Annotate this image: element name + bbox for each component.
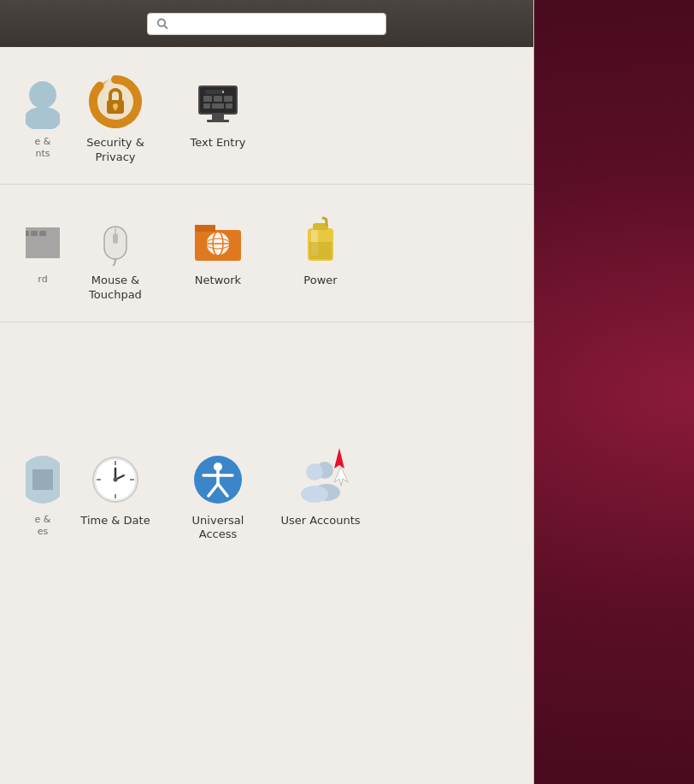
text-entry-label: Text Entry — [190, 136, 245, 150]
personal-items-grid: e &nts — [26, 64, 508, 175]
user-accounts-icon — [293, 452, 348, 507]
settings-item-power[interactable]: Power — [273, 202, 368, 313]
hardware-items-grid: rd — [26, 202, 508, 313]
user-accounts-label: User Accounts — [280, 514, 360, 528]
content-area: e &nts — [0, 47, 533, 784]
svg-point-3 — [26, 107, 60, 129]
mouse-icon — [88, 212, 143, 267]
settings-item-user-accounts[interactable]: User Accounts — [273, 442, 368, 553]
svg-point-2 — [29, 81, 56, 109]
universal-access-icon — [191, 452, 245, 507]
svg-rect-13 — [203, 96, 212, 102]
section-hardware: rd — [0, 185, 533, 322]
svg-point-49 — [114, 477, 118, 481]
partial-label-1: e &nts — [35, 136, 51, 161]
section-personal: e &nts — [0, 47, 533, 185]
mouse-label: Mouse &Touchpad — [89, 274, 142, 303]
svg-point-0 — [158, 19, 165, 26]
settings-item-text-entry[interactable]: Text Entry — [171, 64, 265, 175]
universal-access-label: UniversalAccess — [192, 514, 244, 543]
svg-rect-30 — [195, 225, 215, 232]
empty-section — [0, 322, 533, 425]
search-icon — [156, 17, 169, 31]
network-label: Network — [195, 274, 241, 288]
settings-item-time-date[interactable]: Time & Date — [68, 442, 162, 553]
svg-line-1 — [164, 25, 168, 28]
settings-item-security-privacy[interactable]: Security &Privacy — [68, 64, 162, 175]
section-system: e &es — [0, 425, 533, 562]
settings-item-network[interactable]: Network — [171, 202, 265, 313]
svg-marker-61 — [334, 467, 348, 486]
power-label: Power — [303, 274, 337, 288]
svg-marker-60 — [334, 448, 344, 469]
search-box[interactable] — [147, 13, 386, 35]
svg-point-58 — [306, 463, 323, 480]
security-privacy-label: Security &Privacy — [86, 136, 144, 165]
svg-point-59 — [301, 486, 328, 503]
svg-rect-19 — [205, 90, 222, 94]
partial-item-system[interactable]: e &es — [26, 442, 60, 553]
text-entry-icon — [191, 74, 245, 129]
time-date-label: Time & Date — [80, 514, 150, 528]
svg-rect-15 — [224, 96, 232, 102]
settings-item-universal-access[interactable]: UniversalAccess — [171, 442, 265, 553]
svg-rect-8 — [115, 106, 117, 110]
svg-rect-18 — [226, 103, 232, 109]
svg-rect-22 — [26, 231, 29, 236]
title-bar — [0, 0, 533, 47]
svg-rect-11 — [212, 115, 224, 120]
power-icon — [293, 212, 348, 267]
partial-label-system: e &es — [35, 514, 51, 539]
svg-rect-24 — [39, 231, 46, 236]
network-icon — [191, 212, 245, 267]
partial-label-keyboard: rd — [38, 274, 47, 286]
partial-item-left-1[interactable]: e &nts — [26, 64, 60, 175]
search-input[interactable] — [174, 17, 377, 31]
svg-rect-23 — [31, 231, 38, 236]
svg-rect-17 — [212, 103, 224, 109]
time-date-icon — [88, 452, 143, 507]
partial-item-keyboard[interactable]: rd — [26, 202, 60, 313]
svg-rect-39 — [309, 242, 332, 259]
security-privacy-icon — [88, 74, 143, 129]
svg-rect-12 — [207, 120, 229, 122]
settings-item-mouse[interactable]: Mouse &Touchpad — [68, 202, 162, 313]
svg-rect-28 — [113, 233, 118, 244]
system-items-grid: e &es — [26, 442, 508, 553]
svg-rect-16 — [203, 103, 210, 109]
svg-rect-20 — [222, 91, 224, 93]
system-settings-window: e &nts — [0, 0, 534, 784]
svg-rect-14 — [214, 96, 222, 102]
